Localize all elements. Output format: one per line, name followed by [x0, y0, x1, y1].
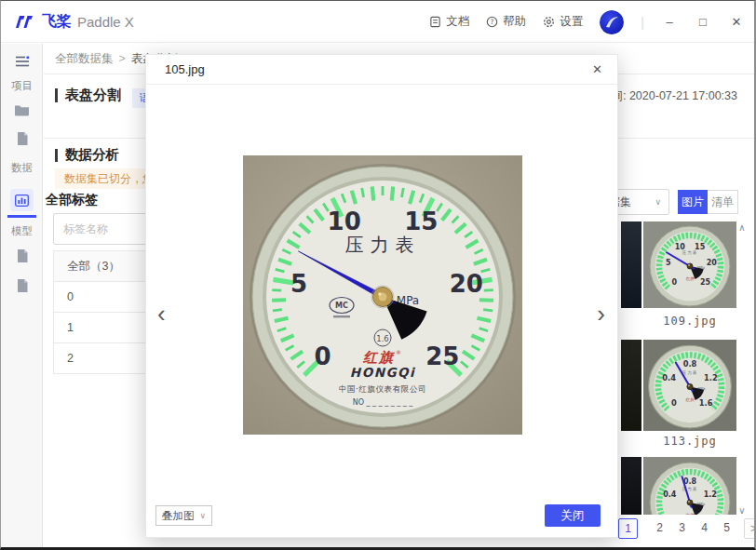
title-marker	[55, 149, 58, 162]
menu-help[interactable]: ? 帮助	[486, 14, 526, 30]
thumbnail-gauge-image: 0510152025压力表MPa红旗	[643, 221, 736, 308]
thumbnail-113[interactable]: 00.40.81.21.6压力表MPa红旗	[643, 340, 736, 431]
menu-settings-label: 设置	[560, 14, 583, 30]
sidebar-item-dataset-active[interactable]	[10, 189, 34, 211]
folder-icon	[14, 103, 30, 116]
page-1[interactable]: 1	[618, 518, 638, 539]
sidebar-item-project-detail[interactable]	[1, 131, 43, 150]
scroll-down-icon[interactable]: ∨	[736, 505, 749, 516]
thumbnail-next[interactable]: 0.40.81.2压力表MPa红旗	[643, 457, 736, 515]
svg-text:0: 0	[671, 398, 677, 408]
svg-text:中国·红旗仪表有限公司: 中国·红旗仪表有限公司	[339, 384, 426, 394]
modal-close-button[interactable]: 关闭	[545, 504, 601, 527]
sidebar-section-model: 模型	[1, 224, 43, 238]
image-preview-modal: 105.jpg ✕ ‹ › 0510152025压力表MCMPa1.6红旗®HO…	[145, 54, 618, 538]
page-3[interactable]: 3	[672, 518, 692, 539]
dataset-title-row: 表盘分割	[55, 87, 121, 104]
thumbnail-109[interactable]: 0510152025压力表MPa红旗	[643, 221, 736, 308]
next-image-arrow[interactable]: ›	[597, 302, 605, 326]
svg-text:红旗: 红旗	[686, 513, 696, 515]
titlebar: 飞桨 Paddle X 文档 ? 帮助 设置 | – □	[1, 1, 754, 43]
modal-header: 105.jpg ✕	[146, 55, 617, 85]
svg-text:®: ®	[396, 349, 401, 355]
svg-text:1.2: 1.2	[704, 373, 718, 382]
document-icon	[429, 16, 441, 28]
gear-icon	[543, 16, 555, 28]
page-2[interactable]: 2	[650, 518, 669, 539]
chevron-down-icon: ∨	[655, 197, 661, 207]
svg-text:10: 10	[328, 208, 361, 235]
thumbnail-partial[interactable]	[621, 340, 641, 431]
pressure-gauge-photo: 0510152025压力表MCMPa1.6红旗®HONGQi中国·红旗仪表有限公…	[243, 155, 522, 435]
close-window-button[interactable]: ✕	[728, 15, 745, 29]
scroll-up-icon[interactable]: ∧	[736, 222, 749, 233]
svg-text:1.6: 1.6	[699, 398, 713, 408]
svg-text:0: 0	[672, 278, 678, 287]
dataset-title: 表盘分割	[65, 87, 121, 104]
pagination: 1 2 3 4 5 >	[618, 518, 756, 539]
svg-text:?: ?	[491, 18, 494, 26]
app-window: 飞桨 Paddle X 文档 ? 帮助 设置 | – □	[0, 0, 756, 550]
svg-text:5: 5	[290, 270, 307, 298]
svg-text:压力表: 压力表	[345, 234, 421, 256]
svg-text:1.6: 1.6	[376, 334, 389, 343]
help-icon: ?	[486, 16, 498, 28]
svg-text:0.4: 0.4	[663, 490, 677, 499]
brand-name-en: Paddle X	[77, 14, 134, 30]
brand-name-cn: 飞桨	[42, 12, 72, 32]
minimize-button[interactable]: –	[661, 15, 678, 29]
svg-text:20: 20	[707, 259, 718, 267]
collapse-menu-icon[interactable]	[1, 55, 43, 72]
title-marker	[55, 88, 58, 102]
svg-text:20: 20	[450, 270, 483, 298]
breadcrumb-all-datasets[interactable]: 全部数据集	[55, 51, 114, 67]
prev-image-arrow[interactable]: ‹	[157, 302, 166, 326]
sidebar-active-indicator	[7, 215, 36, 218]
sidebar-section-data: 数据	[1, 161, 43, 175]
all-labels-title: 全部标签	[46, 192, 98, 208]
menu-help-label: 帮助	[503, 14, 526, 30]
sidebar-item-project-list[interactable]	[1, 103, 43, 120]
paddle-logo-icon	[14, 13, 38, 30]
chevron-down-icon: ∨	[200, 511, 207, 520]
svg-text:0: 0	[315, 342, 331, 370]
svg-text:25: 25	[700, 278, 711, 287]
svg-text:MC: MC	[335, 302, 348, 310]
thumbnail-gauge-image: 00.40.81.21.6压力表MPa红旗	[643, 340, 736, 431]
maximize-button[interactable]: □	[695, 15, 711, 29]
thumbnail-109-filename: 109.jpg	[643, 315, 736, 328]
sidebar-section-project: 项目	[1, 79, 43, 93]
user-avatar[interactable]	[600, 10, 624, 34]
view-toggle-image[interactable]: 图片	[678, 190, 708, 214]
svg-text:NO _ _ _ _ _ _ _ _: NO _ _ _ _ _ _ _ _	[353, 398, 414, 407]
page-next-button[interactable]: >	[744, 518, 756, 539]
thumbnail-partial[interactable]	[621, 457, 641, 515]
sidebar-item-model-train[interactable]	[1, 248, 43, 267]
menu-settings[interactable]: 设置	[543, 14, 583, 30]
svg-text:红旗: 红旗	[685, 397, 695, 402]
file-icon	[16, 278, 29, 293]
analysis-title: 数据分析	[65, 146, 119, 164]
menu-docs[interactable]: 文档	[429, 14, 469, 30]
thumbnail-partial[interactable]	[621, 221, 641, 308]
svg-text:压力表: 压力表	[682, 249, 698, 255]
page-4[interactable]: 4	[695, 518, 714, 539]
sidebar-item-model-eval[interactable]	[1, 278, 43, 297]
svg-text:红旗: 红旗	[686, 276, 696, 281]
file-icon	[16, 248, 29, 263]
svg-text:0.4: 0.4	[662, 373, 676, 382]
overlay-mode-select[interactable]: 叠加图 ∨	[155, 505, 212, 526]
thumbnail-113-filename: 113.jpg	[643, 435, 736, 448]
preview-image: 0510152025压力表MCMPa1.6红旗®HONGQi中国·红旗仪表有限公…	[243, 155, 522, 435]
modal-close-icon[interactable]: ✕	[592, 62, 602, 76]
svg-text:红旗: 红旗	[362, 349, 396, 366]
view-toggle-list[interactable]: 清单	[708, 190, 738, 214]
app-logo: 飞桨 Paddle X	[14, 12, 134, 32]
overlay-mode-value: 叠加图	[162, 509, 195, 523]
svg-text:15: 15	[404, 208, 438, 235]
titlebar-separator: |	[641, 15, 644, 30]
sidebar: 项目 数据 模型	[1, 44, 43, 547]
dataset-chart-icon	[15, 195, 29, 207]
page-5[interactable]: 5	[717, 518, 736, 539]
menu-docs-label: 文档	[446, 14, 469, 30]
